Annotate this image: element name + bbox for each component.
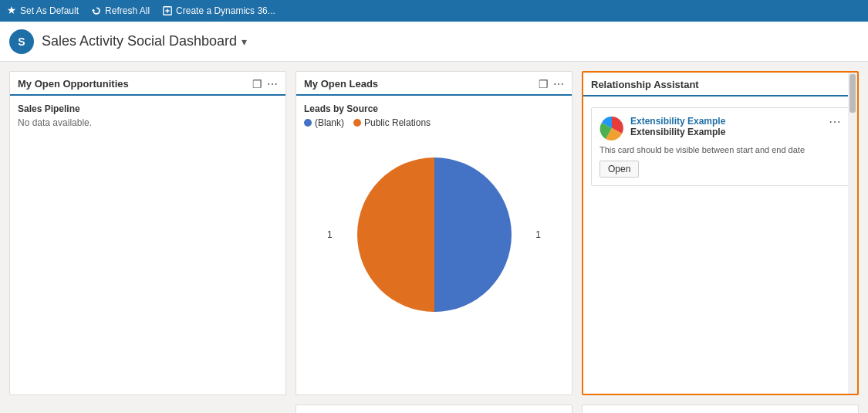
my-open-leads-title: My Open Leads (304, 78, 378, 90)
avatar: S (9, 29, 34, 54)
my-open-opportunities-bottom-card: My Open Opportunities ❐ ⋯ Top Opportunit… (296, 405, 572, 413)
pie-chart-area: 1 1 (304, 134, 564, 335)
leads-by-source-label: Leads by Source (304, 103, 564, 114)
dashboard-title-area: Sales Activity Social Dashboard ▾ (42, 33, 247, 49)
relationship-assistant-body: Extensibility Example Extensibility Exam… (583, 96, 857, 394)
expand-icon[interactable]: ❐ (252, 79, 262, 90)
chevron-down-icon[interactable]: ▾ (241, 36, 247, 48)
ra-inner-card: Extensibility Example Extensibility Exam… (591, 107, 849, 186)
no-data-label: No data available. (18, 117, 278, 128)
ra-description: This card should be visible between star… (599, 145, 841, 154)
page-title: Sales Activity Social Dashboard (42, 33, 237, 49)
pie-label-right: 1 (535, 229, 541, 240)
ra-text-block: Extensibility Example Extensibility Exam… (630, 116, 725, 137)
set-default-button[interactable]: Set As Default (6, 5, 79, 16)
my-open-leads-body: Leads by Source (Blank) Public Relations… (296, 96, 572, 394)
my-open-opportunities-bottom-header: My Open Opportunities ❐ ⋯ (296, 405, 572, 413)
more-options-icon[interactable]: ⋯ (267, 79, 278, 90)
card-actions: ❐ ⋯ (539, 79, 564, 90)
ra-inner-info: Extensibility Example Extensibility Exam… (599, 116, 725, 140)
my-open-leads-header: My Open Leads ❐ ⋯ (296, 72, 572, 96)
legend-item-blank: (Blank) (304, 117, 344, 128)
relationship-assistant-header: Relationship Assistant (583, 73, 857, 96)
my-open-opportunities-title: My Open Opportunities (18, 78, 129, 90)
my-closed-opportunities-card: My Closed Opportunities in Current Fisca… (582, 405, 859, 413)
ra-title-main: Extensibility Example (630, 127, 725, 137)
relationship-assistant-card: Relationship Assistant Extensibility Exa… (582, 71, 859, 395)
refresh-all-button[interactable]: Refresh All (91, 5, 150, 16)
my-open-leads-card: My Open Leads ❐ ⋯ Leads by Source (Blank… (296, 71, 572, 395)
header-bar: S Sales Activity Social Dashboard ▾ (0, 22, 868, 62)
expand-icon[interactable]: ❐ (539, 79, 549, 90)
my-open-opportunities-card: My Open Opportunities ❐ ⋯ Sales Pipeline… (9, 71, 286, 395)
legend-label-pr: Public Relations (364, 117, 431, 128)
legend-dot-pr (353, 119, 361, 127)
my-open-opportunities-header: My Open Opportunities ❐ ⋯ (10, 72, 285, 96)
ra-open-button[interactable]: Open (599, 161, 639, 178)
sales-pipeline-label: Sales Pipeline (18, 103, 278, 114)
top-navigation-bar: Set As Default Refresh All Create a Dyna… (0, 0, 868, 22)
relationship-assistant-title: Relationship Assistant (591, 79, 699, 90)
legend-item-pr: Public Relations (353, 117, 431, 128)
ra-scrollbar-thumb[interactable] (849, 74, 856, 113)
extensibility-icon (599, 116, 624, 140)
dashboard-main: My Open Opportunities ❐ ⋯ Sales Pipeline… (0, 62, 868, 413)
ra-more-options-icon[interactable]: ⋯ (829, 116, 841, 128)
ra-scrollbar[interactable] (848, 73, 857, 394)
create-dynamics-button[interactable]: Create a Dynamics 36... (162, 5, 275, 16)
my-open-opportunities-body: Sales Pipeline No data available. (10, 96, 285, 394)
ra-title-link[interactable]: Extensibility Example (630, 116, 725, 127)
legend-dot-blank (304, 119, 312, 127)
pie-chart (357, 157, 512, 312)
my-closed-opportunities-header: My Closed Opportunities in Current Fisca… (583, 405, 858, 413)
more-options-icon[interactable]: ⋯ (553, 79, 564, 90)
card-actions: ❐ ⋯ (252, 79, 278, 90)
pie-label-left: 1 (327, 229, 333, 240)
leads-legend: (Blank) Public Relations (304, 117, 564, 128)
ra-inner-header: Extensibility Example Extensibility Exam… (599, 116, 841, 140)
legend-label-blank: (Blank) (315, 117, 344, 128)
